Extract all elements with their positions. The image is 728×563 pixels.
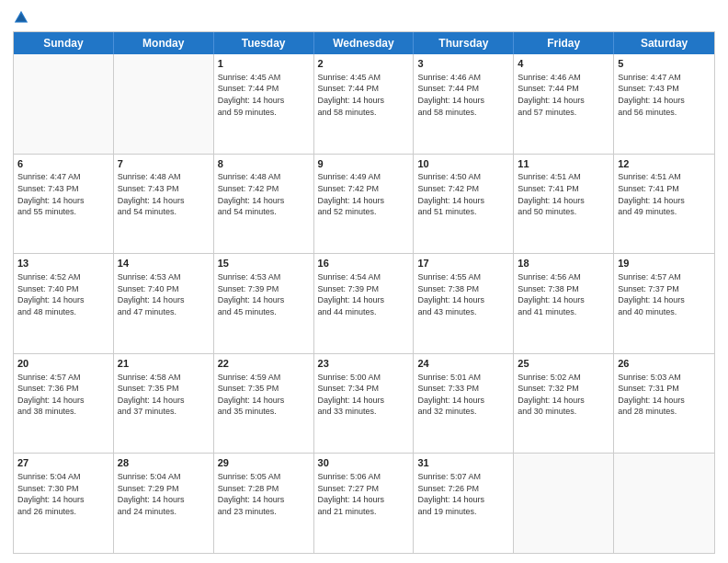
cell-line: Sunset: 7:29 PM [118, 483, 210, 495]
cal-header-saturday: Saturday [614, 32, 714, 54]
day-number: 13 [17, 257, 109, 270]
cal-header-tuesday: Tuesday [214, 32, 314, 54]
cal-week-4: 20Sunrise: 4:57 AMSunset: 7:36 PMDayligh… [14, 353, 714, 454]
cell-line: Sunset: 7:44 PM [218, 83, 310, 95]
cal-cell-day-20: 20Sunrise: 4:57 AMSunset: 7:36 PMDayligh… [14, 354, 114, 454]
cell-line: Sunrise: 4:51 AM [518, 171, 609, 183]
cell-line: Sunset: 7:32 PM [518, 383, 609, 395]
cell-line: Sunset: 7:39 PM [318, 283, 410, 295]
day-number: 12 [618, 157, 711, 171]
day-number: 19 [618, 257, 711, 270]
cal-cell-day-1: 1Sunrise: 4:45 AMSunset: 7:44 PMDaylight… [214, 54, 314, 154]
cell-line: Sunset: 7:40 PM [118, 283, 210, 295]
cell-line: Sunrise: 4:58 AM [118, 372, 210, 384]
cell-line: Sunrise: 5:00 AM [318, 372, 410, 384]
cell-line: and 57 minutes. [518, 107, 609, 119]
cell-line: Sunset: 7:41 PM [618, 183, 711, 195]
cell-line: Sunrise: 4:59 AM [218, 372, 310, 384]
cell-line: Sunset: 7:43 PM [17, 183, 109, 195]
cell-line: Sunrise: 4:49 AM [318, 171, 410, 183]
day-number: 14 [118, 257, 210, 270]
cell-line: Sunrise: 4:47 AM [17, 171, 109, 183]
calendar-header-row: SundayMondayTuesdayWednesdayThursdayFrid… [14, 32, 714, 54]
day-number: 7 [118, 157, 210, 171]
cal-cell-day-17: 17Sunrise: 4:55 AMSunset: 7:38 PMDayligh… [414, 254, 514, 353]
cal-cell-empty [14, 54, 114, 154]
cell-line: Sunset: 7:40 PM [17, 283, 109, 295]
cell-line: and 55 minutes. [17, 206, 109, 218]
cell-line: Sunrise: 4:45 AM [218, 72, 310, 84]
cell-line: Daylight: 14 hours [417, 494, 509, 506]
cell-line: and 35 minutes. [218, 406, 310, 418]
cell-line: Sunset: 7:44 PM [518, 83, 609, 95]
cell-line: and 28 minutes. [618, 406, 711, 418]
cell-line: and 26 minutes. [17, 506, 109, 518]
cal-cell-day-25: 25Sunrise: 5:02 AMSunset: 7:32 PMDayligh… [514, 354, 614, 454]
cal-cell-day-18: 18Sunrise: 4:56 AMSunset: 7:38 PMDayligh… [514, 254, 614, 353]
day-number: 9 [318, 157, 410, 171]
logo-icon [13, 9, 29, 26]
cell-line: and 51 minutes. [417, 206, 509, 218]
cal-cell-day-14: 14Sunrise: 4:53 AMSunset: 7:40 PMDayligh… [114, 254, 214, 353]
cal-header-thursday: Thursday [414, 32, 514, 54]
cell-line: Sunrise: 5:06 AM [318, 471, 410, 483]
cell-line: and 50 minutes. [518, 206, 609, 218]
cell-line: Sunset: 7:27 PM [318, 483, 410, 495]
cell-line: and 23 minutes. [218, 506, 310, 518]
cell-line: Sunset: 7:31 PM [618, 383, 711, 395]
cell-line: Sunrise: 5:05 AM [218, 471, 310, 483]
cell-line: Sunset: 7:44 PM [318, 83, 410, 95]
cal-cell-empty [614, 454, 714, 553]
cell-line: and 47 minutes. [118, 306, 210, 318]
cell-line: Sunrise: 4:45 AM [318, 72, 410, 84]
cell-line: Sunset: 7:38 PM [417, 283, 509, 295]
cell-line: and 58 minutes. [318, 107, 410, 119]
cell-line: and 24 minutes. [118, 506, 210, 518]
cell-line: Daylight: 14 hours [417, 95, 509, 107]
cell-line: Daylight: 14 hours [318, 95, 410, 107]
day-number: 15 [218, 257, 310, 270]
day-number: 21 [118, 357, 210, 371]
cal-cell-day-13: 13Sunrise: 4:52 AMSunset: 7:40 PMDayligh… [14, 254, 114, 353]
day-number: 23 [318, 357, 410, 371]
cell-line: Daylight: 14 hours [318, 494, 410, 506]
cell-line: Sunset: 7:42 PM [318, 183, 410, 195]
day-number: 31 [417, 456, 509, 470]
cell-line: Sunrise: 5:03 AM [618, 372, 711, 384]
cal-cell-day-16: 16Sunrise: 4:54 AMSunset: 7:39 PMDayligh… [314, 254, 415, 353]
cell-line: Sunrise: 4:57 AM [618, 271, 711, 283]
cell-line: Sunrise: 4:53 AM [218, 271, 310, 283]
cal-cell-day-30: 30Sunrise: 5:06 AMSunset: 7:27 PMDayligh… [314, 454, 415, 553]
day-number: 24 [417, 357, 509, 371]
day-number: 4 [518, 57, 609, 71]
cal-cell-day-24: 24Sunrise: 5:01 AMSunset: 7:33 PMDayligh… [414, 354, 514, 454]
cell-line: Sunrise: 4:55 AM [417, 271, 509, 283]
cell-line: Daylight: 14 hours [118, 195, 210, 207]
cal-week-2: 6Sunrise: 4:47 AMSunset: 7:43 PMDaylight… [14, 154, 714, 254]
cell-line: and 58 minutes. [417, 107, 509, 119]
cal-cell-day-22: 22Sunrise: 4:59 AMSunset: 7:35 PMDayligh… [214, 354, 314, 454]
cell-line: Sunset: 7:41 PM [518, 183, 609, 195]
cal-header-friday: Friday [514, 32, 614, 54]
cell-line: Daylight: 14 hours [518, 294, 609, 306]
cal-cell-day-28: 28Sunrise: 5:04 AMSunset: 7:29 PMDayligh… [114, 454, 214, 553]
cell-line: and 45 minutes. [218, 306, 310, 318]
cell-line: Sunset: 7:28 PM [218, 483, 310, 495]
cell-line: Daylight: 14 hours [518, 395, 609, 407]
cell-line: Sunrise: 4:56 AM [518, 271, 609, 283]
cal-week-3: 13Sunrise: 4:52 AMSunset: 7:40 PMDayligh… [14, 253, 714, 353]
cell-line: and 37 minutes. [118, 406, 210, 418]
cell-line: Daylight: 14 hours [17, 395, 109, 407]
cell-line: and 33 minutes. [318, 406, 410, 418]
cell-line: Daylight: 14 hours [318, 195, 410, 207]
cal-cell-day-26: 26Sunrise: 5:03 AMSunset: 7:31 PMDayligh… [614, 354, 714, 454]
cell-line: Daylight: 14 hours [17, 494, 109, 506]
cal-header-monday: Monday [114, 32, 214, 54]
cell-line: Daylight: 14 hours [417, 395, 509, 407]
cell-line: Sunset: 7:33 PM [417, 383, 509, 395]
cal-cell-day-3: 3Sunrise: 4:46 AMSunset: 7:44 PMDaylight… [414, 54, 514, 154]
cal-cell-day-10: 10Sunrise: 4:50 AMSunset: 7:42 PMDayligh… [414, 155, 514, 254]
cell-line: and 59 minutes. [218, 107, 310, 119]
cal-cell-day-15: 15Sunrise: 4:53 AMSunset: 7:39 PMDayligh… [214, 254, 314, 353]
cell-line: Daylight: 14 hours [218, 95, 310, 107]
